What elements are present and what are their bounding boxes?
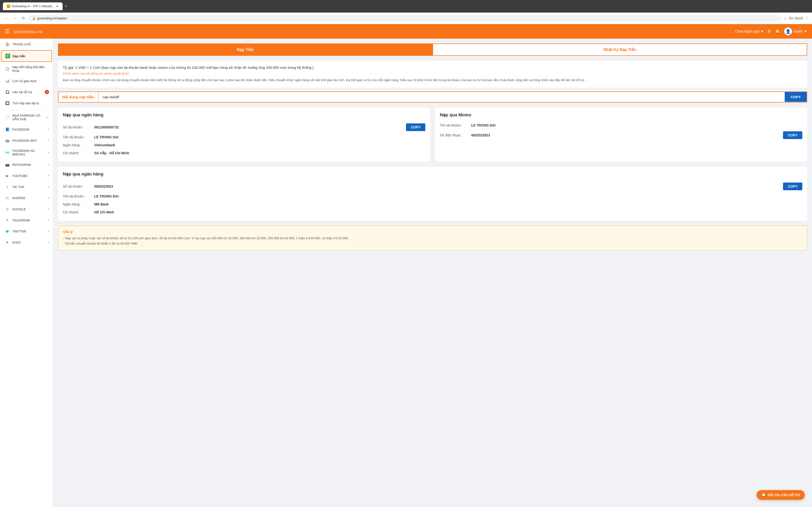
chat-icon: 💬 xyxy=(761,493,766,497)
bank-section-1: Nạp qua ngân hàng Số tài khoản: 09110000… xyxy=(58,107,430,162)
lang-arrow-icon: ▼ xyxy=(760,30,764,33)
bank-2-row-3: Chi nhánh: Hồ Chí Minh xyxy=(63,208,802,216)
sidebar-item-facebook-ad-breaks[interactable]: Ad FACEBOOK AD BREAKS ▾ xyxy=(0,146,53,159)
tab-nhat-ky[interactable]: Nhật Ký Nạp Tiền xyxy=(433,44,807,56)
sidebar-item-label: YOUTUBE xyxy=(12,174,28,178)
profile-btn[interactable]: Ản danh xyxy=(789,16,803,20)
address-bar[interactable]: 🔒 goseeding.vn/naptien xyxy=(28,15,781,21)
browser-tab[interactable]: GoSeeding.vn - TOP 1 Website... ✕ xyxy=(3,2,63,10)
sidebar-item-nap-the[interactable]: 📋 Nạp tiền bằng thẻ điện thoại xyxy=(0,62,53,75)
bank-1-title: Nạp qua ngân hàng xyxy=(63,112,425,118)
sidebar-item-label: FACEBOOK xyxy=(12,128,30,131)
info-box: Tỷ giá: 1 VND = 1 Coin (bạn nạp vào tài … xyxy=(58,61,807,88)
app-header: ☰ GOSEEDING.VN Chọn Ngôn ngữ ▼ ↻ 🔔 👤 dai… xyxy=(0,24,812,39)
sidebar-item-label: TWITTER xyxy=(12,230,27,233)
phone-card-icon: 📋 xyxy=(5,66,10,71)
bookmark-btn[interactable]: ☆ xyxy=(783,16,787,20)
sidebar-item-label: FACEBOOK BOT xyxy=(12,139,37,143)
reload-btn[interactable]: ↻ xyxy=(20,15,27,21)
youtube-arrow-icon: ▾ xyxy=(48,174,49,177)
sidebar-item-label: TELEGRAM xyxy=(12,219,30,222)
sidebar-item-khac[interactable]: ✦ KHÁC ▾ xyxy=(0,237,53,248)
chat-fab-btn[interactable]: 💬 Gửi Yêu Cầu Hỗ Trợ xyxy=(757,490,805,500)
bank-2-table: Số tài khoản: 0832523523 COPY Tên tài kh… xyxy=(63,181,802,216)
user-name-label: Ản danh xyxy=(789,16,803,20)
bank-2-copy-btn[interactable]: COPY xyxy=(783,182,802,190)
bank-2-field-2: Ngân hàng: xyxy=(63,202,94,206)
khac-arrow-icon: ▾ xyxy=(48,241,49,244)
sidebar-item-mua-fanpage[interactable]: 📄 MUA FANPAGE CÓ SẴN SUB ✓ xyxy=(0,111,53,124)
fb-ad-arrow-icon: ▾ xyxy=(48,151,49,154)
sidebar-item-shopee[interactable]: 🛍 SHOPEE ▾ xyxy=(0,192,53,204)
sidebar-item-tiktok[interactable]: ♪ TIK TOK ▾ xyxy=(0,181,53,192)
bank-section-2: Nạp qua ngân hàng Số tài khoản: 08325235… xyxy=(58,167,807,221)
google-icon: G xyxy=(5,207,10,212)
sidebar-item-label: MUA FANPAGE CÓ SẴN SUB xyxy=(12,114,43,121)
lang-selector[interactable]: Chọn Ngôn ngữ ▼ xyxy=(735,30,764,33)
momo-copy-btn[interactable]: COPY xyxy=(783,131,802,139)
header-menu-btn[interactable]: ☰ xyxy=(5,28,10,35)
note-text: - Nạp sai cú pháp hoặc sai số tài khoản … xyxy=(63,236,802,246)
refresh-btn[interactable]: ↻ xyxy=(767,29,771,34)
note-box: Chú ý: - Nạp sai cú pháp hoặc sai số tài… xyxy=(58,226,807,250)
sidebar-item-google[interactable]: G GOOGLE ▾ xyxy=(0,204,53,215)
bank-1-value-1: LE TRONG DAI xyxy=(94,135,425,139)
khac-icon: ✦ xyxy=(5,240,10,245)
deposit-icon: 💵 xyxy=(5,54,10,58)
instruction-text: Bạn vui lòng chuyển khoản chính xác nội … xyxy=(63,78,802,83)
bank-1-value-3: Gò Vấp - Hồ Chí Minh xyxy=(94,151,425,155)
bank-1-row-0: Số tài khoản: 0911000050732 COPY xyxy=(63,121,425,133)
bank-1-row-3: Chi nhánh: Gò Vấp - Hồ Chí Minh xyxy=(63,149,425,157)
user-arrow-icon: ▼ xyxy=(804,30,807,33)
sidebar-item-youtube[interactable]: ▶ YOUTUBE ▾ xyxy=(0,170,53,181)
twitter-icon: 🐦 xyxy=(5,229,10,234)
bank-2-row-2: Ngân hàng: MB Bank xyxy=(63,201,802,208)
bank-2-row-0: Số tài khoản: 0832523523 COPY xyxy=(63,181,802,192)
shopee-arrow-icon: ▾ xyxy=(48,196,49,200)
transfer-copy-btn[interactable]: COPY xyxy=(785,92,807,102)
tab-bar: Nạp Tiền Nhật Ký Nạp Tiền xyxy=(58,44,807,56)
sidebar-item-nap-tien[interactable]: 💵 Nạp tiền xyxy=(1,50,52,62)
tab-close-btn[interactable]: ✕ xyxy=(56,4,59,8)
sidebar-item-twitter[interactable]: 🐦 TWITTER ▾ xyxy=(0,226,53,237)
sidebar-item-facebook[interactable]: 📘 FACEBOOK ▾ xyxy=(0,124,53,135)
sidebar-item-tich-hop[interactable]: 🔲 Tích hợp site đại lý xyxy=(0,98,53,109)
google-arrow-icon: ▾ xyxy=(48,207,49,211)
verified-icon: ✓ xyxy=(46,115,49,119)
note-title: Chú ý: xyxy=(63,230,802,234)
sidebar-item-facebook-bot[interactable]: 🤖 FACEBOOK BOT ▾ xyxy=(0,135,53,146)
sidebar-item-label: INSTAGRAM xyxy=(12,163,31,167)
fanpage-icon: 📄 xyxy=(5,115,10,120)
sidebar-item-lien-he[interactable]: 🎧 Liên hệ hỗ trợ 0 xyxy=(0,87,53,98)
sidebar-item-trang-chu[interactable]: 🏠 TRANG CHỦ xyxy=(0,39,53,50)
bank-2-value-0: 0832523523 xyxy=(94,184,783,188)
bank-1-value-2: Vietcombank xyxy=(94,143,425,147)
back-btn[interactable]: ← xyxy=(3,15,10,21)
payment-grid: Nạp qua ngân hàng Số tài khoản: 09110000… xyxy=(58,107,807,162)
header-user[interactable]: 👤 dailaff ▼ xyxy=(784,27,807,35)
grid-icon: 🔲 xyxy=(5,101,10,106)
sidebar-item-lich-su[interactable]: 📊 Lịch sử giao dịch xyxy=(0,75,53,87)
momo-field-0: Tên tài khoản: xyxy=(440,123,471,127)
browser-chrome: GoSeeding.vn - TOP 1 Website... ✕ + xyxy=(0,0,812,12)
instagram-icon: 📷 xyxy=(5,162,10,167)
sidebar-item-instagram[interactable]: 📷 INSTAGRAM ▾ xyxy=(0,159,53,170)
transfer-label: Nội dung nạp tiền: xyxy=(58,92,99,102)
notification-btn[interactable]: 🔔 xyxy=(775,29,780,34)
tab-nap-tien[interactable]: Nạp Tiền xyxy=(58,44,433,56)
sidebar-item-label: Nạp tiền xyxy=(12,54,26,58)
momo-table: Tên tài khoản: LE TRONG DAI Số điện thoạ… xyxy=(440,121,802,141)
bank-1-row-2: Ngân hàng: Vietcombank xyxy=(63,141,425,149)
bank-1-copy-btn[interactable]: COPY xyxy=(406,123,425,131)
sidebar-item-telegram[interactable]: ✈ TELEGRAM ▾ xyxy=(0,215,53,226)
new-tab-btn[interactable]: + xyxy=(64,4,67,9)
tab-title: GoSeeding.vn - TOP 1 Website... xyxy=(12,5,54,8)
sidebar: 🏠 TRANG CHỦ 💵 Nạp tiền 📋 Nạp tiền bằng t… xyxy=(0,39,53,507)
app-logo: GOSEEDING.VN xyxy=(13,28,43,35)
more-btn[interactable]: ⋮ xyxy=(805,16,809,20)
forward-btn[interactable]: → xyxy=(12,15,18,21)
history-icon: 📊 xyxy=(5,78,10,83)
sidebar-item-label: TRANG CHỦ xyxy=(12,43,31,46)
sidebar-item-label: GOOGLE xyxy=(12,207,26,211)
bank-1-field-2: Ngân hàng: xyxy=(63,143,94,147)
